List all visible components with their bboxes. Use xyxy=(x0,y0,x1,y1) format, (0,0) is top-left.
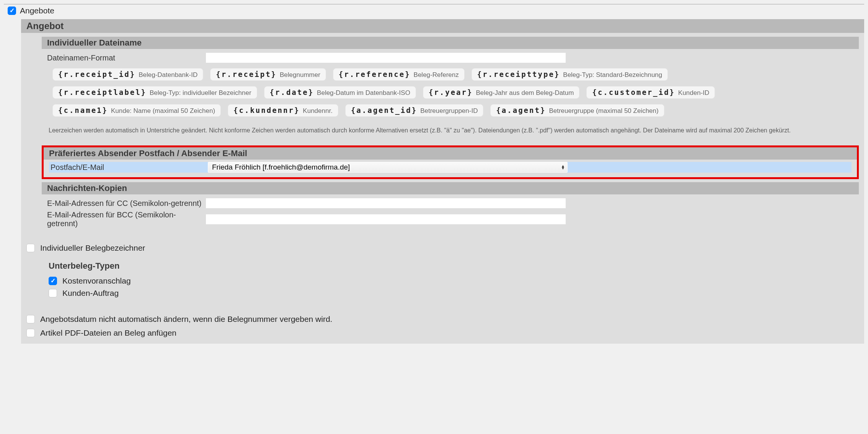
tag-desc: Beleg-Datum im Datenbank-ISO xyxy=(317,89,410,97)
tag-desc: Betreuergruppe (maximal 50 Zeichen) xyxy=(549,107,658,115)
attach-pdf-option-row: Artikel PDF-Dateien an Beleg anfügen xyxy=(26,326,859,340)
subtype-row: Kunden-Auftrag xyxy=(49,287,854,299)
placeholder-tag[interactable]: {a.agent_id}Betreuergruppen-ID xyxy=(345,104,484,117)
subtype-row: Kostenvoranschlag xyxy=(49,275,854,287)
tag-desc: Beleg-Jahr aus dem Beleg-Datum xyxy=(476,89,574,97)
tag-desc: Beleg-Typ: individueller Bezeichner xyxy=(150,89,251,97)
subtype-checkbox[interactable] xyxy=(49,289,57,297)
tag-desc: Kundennr. xyxy=(303,107,333,115)
tag-code: {r.receiptlabel} xyxy=(58,88,147,96)
tag-desc: Belegnummer xyxy=(280,71,320,79)
tag-code: {r.receipt_id} xyxy=(58,70,135,78)
placeholder-tag[interactable]: {r.receipt}Belegnummer xyxy=(210,68,326,81)
placeholder-tag[interactable]: {r.receipttype}Beleg-Typ: Standard-Bezei… xyxy=(472,68,668,81)
offer-date-option-label: Angebotsdatum nicht automatisch ändern, … xyxy=(40,315,332,324)
tag-code: {c.kundennr} xyxy=(233,106,300,114)
bcc-row: E-Mail-Adressen für BCC (Semikolon-getre… xyxy=(47,210,853,228)
placeholder-tag[interactable]: {c.customer_id}Kunden-ID xyxy=(586,86,715,99)
tag-desc: Beleg-Datenbank-ID xyxy=(139,71,197,79)
sender-field-label: Postfach/E-Mail xyxy=(49,163,208,172)
placeholder-tag[interactable]: {r.reference}Beleg-Referenz xyxy=(333,68,465,81)
filename-format-row: Dateinamen-Format xyxy=(47,53,853,63)
tag-desc: Betreuergruppen-ID xyxy=(420,107,478,115)
filename-format-input-wrap xyxy=(206,53,566,63)
placeholder-tags: {r.receipt_id}Beleg-Datenbank-ID{r.recei… xyxy=(47,65,853,124)
cc-input-wrap xyxy=(206,198,566,208)
placeholder-tag[interactable]: {c.name1}Kunde: Name (maximal 50 Zeichen… xyxy=(52,104,221,117)
placeholder-tag[interactable]: {r.date}Beleg-Datum im Datenbank-ISO xyxy=(264,86,416,99)
tag-code: {a.agent_id} xyxy=(351,106,417,114)
tag-row: {r.receiptlabel}Beleg-Typ: individueller… xyxy=(52,86,848,99)
tag-desc: Beleg-Referenz xyxy=(414,71,459,79)
individual-designator-row: Individueller Belegbezeichner xyxy=(26,241,859,255)
filename-format-input[interactable] xyxy=(206,53,566,63)
angebote-label: Angebote xyxy=(20,6,54,15)
tag-row: {r.receipt_id}Beleg-Datenbank-ID{r.recei… xyxy=(52,68,848,81)
sender-section-body: Postfach/E-Mail Frieda Fröhlich [f.froeh… xyxy=(44,160,857,177)
tag-row: {c.name1}Kunde: Name (maximal 50 Zeichen… xyxy=(52,104,848,117)
filename-format-label: Dateinamen-Format xyxy=(47,54,206,62)
sender-section-header: Präferiertes Absender Postfach / Absende… xyxy=(44,147,857,160)
tag-code: {r.receipttype} xyxy=(477,70,560,78)
filename-section-body: Dateinamen-Format {r.receipt_id}Beleg-Da… xyxy=(42,49,859,142)
tag-code: {r.receipt} xyxy=(216,70,277,78)
individual-designator-checkbox[interactable] xyxy=(26,244,35,252)
copies-section-header: Nachrichten-Kopien xyxy=(42,182,859,194)
filename-section: Individueller Dateiname Dateinamen-Forma… xyxy=(42,37,859,142)
select-arrows-icon: ▲▼ xyxy=(561,165,565,170)
subtype-label: Kostenvoranschlag xyxy=(62,276,131,286)
top-row: Angebote xyxy=(4,4,864,19)
cc-row: E-Mail-Adressen für CC (Semikolon-getren… xyxy=(47,198,853,208)
subtypes-list: KostenvoranschlagKunden-Auftrag xyxy=(49,275,854,299)
tag-desc: Kunde: Name (maximal 50 Zeichen) xyxy=(111,107,215,115)
sender-section-highlight: Präferiertes Absender Postfach / Absende… xyxy=(42,145,859,179)
subtypes-header: Unterbeleg-Typen xyxy=(49,259,854,275)
individual-designator-label: Individueller Belegbezeichner xyxy=(40,243,145,253)
filename-section-header: Individueller Dateiname xyxy=(42,37,859,49)
bcc-input-wrap xyxy=(206,214,566,224)
sender-select-value: Frieda Fröhlich [f.froehlich@demofirma.d… xyxy=(212,163,350,171)
subtype-checkbox[interactable] xyxy=(49,277,57,285)
offer-date-option-checkbox[interactable] xyxy=(26,315,35,323)
placeholder-tag[interactable]: {a.agent}Betreuergruppe (maximal 50 Zeic… xyxy=(490,104,664,117)
offer-date-option-row: Angebotsdatum nicht automatisch ändern, … xyxy=(26,312,859,326)
sender-select[interactable]: Frieda Fröhlich [f.froehlich@demofirma.d… xyxy=(208,162,568,173)
tag-desc: Kunden-ID xyxy=(678,89,709,97)
placeholder-tag[interactable]: {r.year}Beleg-Jahr aus dem Beleg-Datum xyxy=(423,86,580,99)
tag-code: {c.customer_id} xyxy=(592,88,675,96)
sender-field-row: Postfach/E-Mail Frieda Fröhlich [f.froeh… xyxy=(49,162,852,173)
cc-label: E-Mail-Adressen für CC (Semikolon-getren… xyxy=(47,199,206,208)
attach-pdf-option-label: Artikel PDF-Dateien an Beleg anfügen xyxy=(40,328,176,338)
cc-input[interactable] xyxy=(206,198,566,208)
angebot-panel: Angebot Individueller Dateiname Dateinam… xyxy=(21,19,864,344)
copies-section-body: E-Mail-Adressen für CC (Semikolon-getren… xyxy=(42,194,859,234)
attach-pdf-option-checkbox[interactable] xyxy=(26,329,35,337)
tag-code: {r.reference} xyxy=(339,70,411,78)
filename-help-text: Leerzeichen werden automatisch in Unters… xyxy=(47,124,853,136)
placeholder-tag[interactable]: {r.receiptlabel}Beleg-Typ: individueller… xyxy=(52,86,257,99)
bcc-label: E-Mail-Adressen für BCC (Semikolon-getre… xyxy=(47,210,206,228)
tag-code: {c.name1} xyxy=(58,106,108,114)
angebot-panel-body: Individueller Dateiname Dateinamen-Forma… xyxy=(21,33,864,344)
subtype-label: Kunden-Auftrag xyxy=(62,289,119,298)
angebote-checkbox[interactable] xyxy=(8,7,16,15)
copies-section: Nachrichten-Kopien E-Mail-Adressen für C… xyxy=(42,182,859,234)
bcc-input[interactable] xyxy=(206,214,566,224)
tag-desc: Beleg-Typ: Standard-Bezeichnung xyxy=(563,71,662,79)
tag-code: {r.date} xyxy=(270,88,314,96)
placeholder-tag[interactable]: {r.receipt_id}Beleg-Datenbank-ID xyxy=(52,68,203,81)
placeholder-tag[interactable]: {c.kundennr}Kundennr. xyxy=(228,104,338,117)
subtypes-panel: Unterbeleg-Typen KostenvoranschlagKunden… xyxy=(44,256,859,305)
tag-code: {a.agent} xyxy=(496,106,546,114)
tag-code: {r.year} xyxy=(429,88,473,96)
angebot-panel-header: Angebot xyxy=(21,19,864,33)
